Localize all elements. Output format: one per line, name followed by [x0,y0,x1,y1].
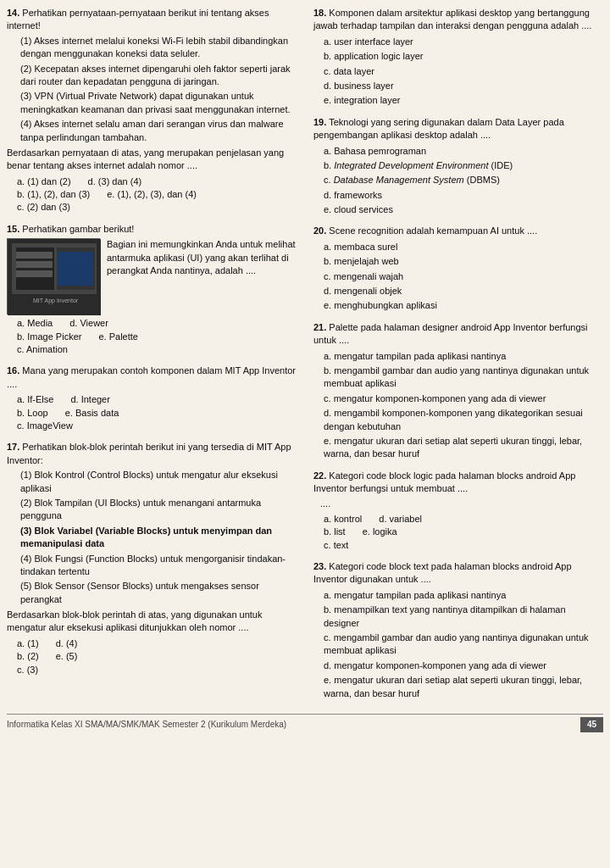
answer-value: membaca surel [334,242,397,252]
answer-item: d. mengatur komponen-komponen yang ada d… [324,659,603,672]
answer-value: (1) [27,638,38,648]
answer-value: mengatur komponen-komponen yang ada di v… [334,393,546,403]
answer-item: e. (1), (2), (3), dan (4) [107,188,197,201]
q22-ellipsis: .... [320,498,603,510]
answer-value: (2) dan (3) [27,202,70,212]
answer-row: b. Loop e. Basis data [17,407,297,420]
answer-value: (5) [66,651,77,661]
answer-value: Integrated Development Environment [334,160,488,170]
answer-value: (3) dan (4) [98,176,141,186]
q14-conclusion: Berdasarkan pernyataan di atas, yang mer… [7,147,297,173]
q22-answers: a. kontrol d. variabel b. list e. logika… [324,513,603,552]
answer-value: Basis data [75,408,119,418]
answer-row: c. Animation [17,343,297,356]
answer-value: Integer [81,394,110,404]
answer-value: Viewer [80,318,108,328]
q23-number: 23. [313,561,326,571]
answer-value: mengenali objek [334,286,402,296]
answer-row: a. Media d. Viewer [17,317,297,330]
q18-number: 18. [313,8,326,18]
answer-value: (2) [27,651,38,661]
q14-items: (1) Akses internet melalui koneksi Wi-Fi… [20,35,297,144]
question-16: 16. Mana yang merupakan contoh komponen … [7,364,297,432]
answer-value: logika [373,526,397,537]
answer-item: d. business layer [324,80,603,92]
q17-answers: a. (1) d. (4) b. (2) e. (5) c. (3) [17,637,297,676]
question-14: 14. Perhatikan pernyataan-pernyataan ber… [7,7,297,214]
q20-text: Scene recognition adalah kemampuan AI un… [329,225,537,236]
answer-label: b. [17,189,25,199]
answer-row: b. (1), (2), dan (3) e. (1), (2), (3), d… [17,188,297,201]
answer-value: Media [27,318,53,328]
answer-item: c. data layer [324,65,603,78]
answer-value: frameworks [334,190,382,200]
answer-value: integration layer [334,95,400,105]
q21-text: Palette pada halaman designer android Ap… [313,322,588,345]
answer-row: c. ImageView [17,420,297,432]
list-item: (3) Blok Variabel (Variable Blocks) untu… [20,525,297,551]
q17-items: (1) Blok Kontrol (Control Blocks) untuk … [20,469,297,606]
answer-item: e. Basis data [65,407,119,420]
answer-item: a. mengatur tampilan pada aplikasi nanti… [324,589,603,602]
q22-number: 22. [313,470,326,481]
answer-row: c. (3) [17,664,297,676]
q22-text: Kategori code block logic pada halaman b… [313,470,575,493]
svg-rect-7 [16,270,53,277]
answer-item: a. membaca surel [324,241,603,253]
list-item: (2) Blok Tampilan (UI Blocks) untuk mena… [20,497,297,523]
answer-value: mengambil gambar dan audio yang nantinya… [324,632,589,655]
answer-item: a. mengatur tampilan pada aplikasi nanti… [324,350,603,363]
svg-rect-5 [16,252,53,259]
answer-item: e. integration layer [324,94,603,107]
footer: Informatika Kelas XI SMA/MA/SMK/MAK Seme… [7,714,603,732]
answer-value: mengatur ukuran dari setiap alat seperti… [324,675,582,698]
answer-value: (1), (2), dan (3) [27,189,90,199]
answer-item: a. user interface layer [324,36,603,48]
question-15: 15. Perhatikan gambar berikut! MIT App I… [7,223,297,357]
answer-item: d. Integer [70,393,109,406]
answer-item: a. If-Else [17,393,53,406]
q19-text: Teknologi yang sering digunakan dalam Da… [313,117,564,140]
answer-value: kontrol [334,514,362,524]
answer-item: b. list [324,526,346,538]
list-item: (2) Kecepatan akses internet dipengaruhi… [20,63,297,89]
answer-value: mengatur komponen-komponen yang ada di v… [334,660,546,670]
q18-answers: a. user interface layer b. application l… [324,36,603,108]
answer-value: Image Picker [27,331,81,342]
answer-item: e. cloud services [324,203,603,216]
answer-item: b. menjelajah web [324,255,603,268]
answer-row: c. (2) dan (3) [17,201,297,214]
q15-number: 15. [7,224,19,234]
q14-text: Perhatikan pernyataan-pernyataan berikut… [7,8,269,31]
q16-text: Mana yang merupakan contoh komponen dala… [7,365,296,388]
answer-value: (3) [27,665,38,675]
answer-row: a. (1) d. (4) [17,637,297,650]
answer-row: b. (2) e. (5) [17,650,297,663]
q14-answers: a. (1) dan (2) d. (3) dan (4) b. (1), (2… [17,175,297,214]
q17-text: Perhatikan blok-blok perintah berikut in… [7,442,291,465]
q18-text: Komponen dalam arsitektur aplikasi deskt… [313,8,591,31]
answer-item: c. Database Management System (DBMS) [324,174,603,186]
answer-item: a. Media [17,317,53,330]
page-number: 45 [580,717,603,732]
answer-label: a. [17,176,25,186]
svg-rect-6 [16,261,53,268]
q20-number: 20. [313,225,326,236]
page-content: 14. Perhatikan pernyataan-pernyataan ber… [7,7,603,709]
q17-number: 17. [7,442,19,452]
answer-row: b. list e. logika [324,526,603,538]
list-item: (1) Akses internet melalui koneksi Wi-Fi… [20,35,297,61]
q19-answers: a. Bahasa pemrograman b. Integrated Deve… [324,145,603,217]
list-item: (4) Blok Fungsi (Function Blocks) untuk … [20,553,297,579]
q23-answers: a. mengatur tampilan pada aplikasi nanti… [324,589,603,700]
q15-image: MIT App Inventor [7,238,100,314]
answer-row: a. (1) dan (2) d. (3) dan (4) [17,175,297,188]
answer-value: menghubungkan aplikasi [334,300,437,310]
answer-item: e. logika [363,526,397,538]
answer-value: mengatur tampilan pada aplikasi nantinya [334,351,506,361]
answer-value: menjelajah web [334,256,398,266]
answer-value: user interface layer [334,36,413,47]
q21-answers: a. mengatur tampilan pada aplikasi nanti… [324,350,603,461]
answer-value: Palette [109,331,138,342]
answer-value: menampilkan text yang nantinya ditampilk… [324,604,566,627]
